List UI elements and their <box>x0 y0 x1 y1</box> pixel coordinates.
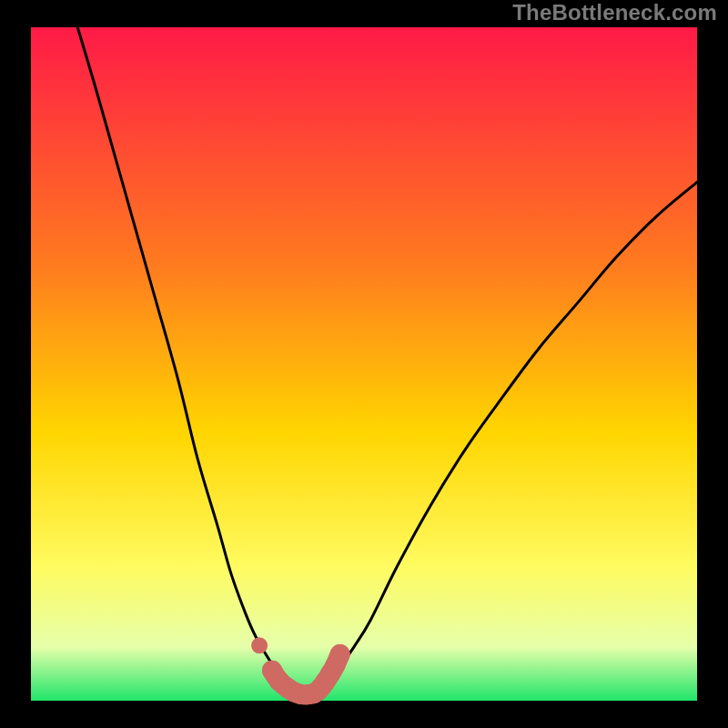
watermark-label: TheBottleneck.com <box>512 0 717 25</box>
marker-dot <box>330 644 350 664</box>
outer-frame: TheBottleneck.com <box>0 0 728 728</box>
chart-canvas <box>0 0 728 728</box>
chart-background <box>31 27 697 701</box>
marker-dot <box>251 637 268 653</box>
